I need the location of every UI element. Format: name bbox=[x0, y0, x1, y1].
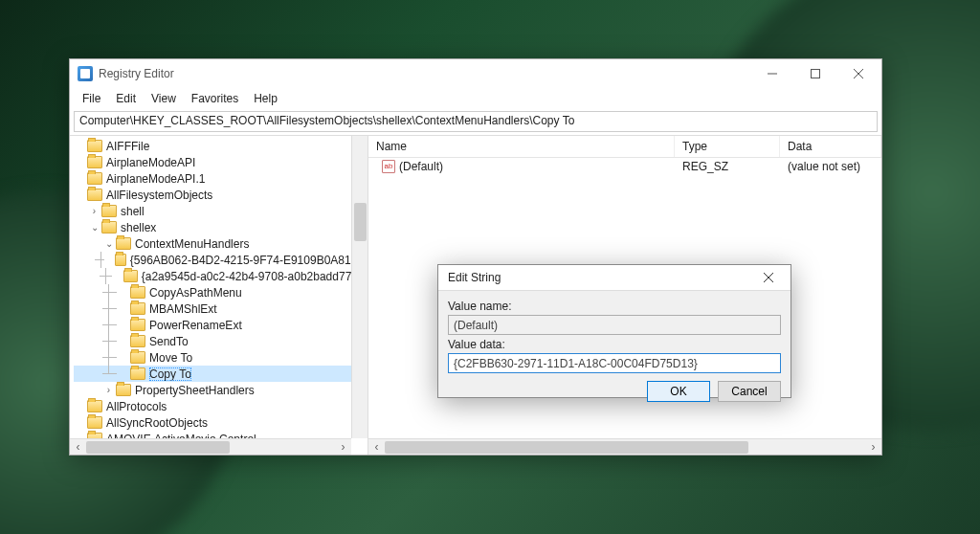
tree-item-label: AirplaneModeAPI.1 bbox=[106, 172, 205, 186]
tree-item[interactable]: AllProtocols bbox=[74, 398, 368, 414]
tree-item-label: AirplaneModeAPI bbox=[106, 156, 195, 169]
folder-icon bbox=[130, 286, 145, 299]
menu-favorites[interactable]: Favorites bbox=[185, 90, 245, 107]
tree-item[interactable]: AirplaneModeAPI.1 bbox=[74, 170, 368, 187]
tree-item[interactable]: AMOVIE.ActiveMovie Control bbox=[74, 431, 368, 438]
tree-item-label: AllFilesystemObjects bbox=[106, 189, 212, 202]
column-name[interactable]: Name bbox=[368, 136, 675, 157]
edit-string-dialog: Edit String Value name: Value data: OK C… bbox=[437, 264, 791, 398]
tree-item-label: SendTo bbox=[149, 335, 189, 348]
registry-tree[interactable]: AIFFFileAirplaneModeAPIAirplaneModeAPI.1… bbox=[70, 136, 368, 438]
chevron-right-icon[interactable] bbox=[88, 207, 100, 216]
list-horizontal-scrollbar[interactable]: ‹› bbox=[368, 438, 881, 455]
tree-item-label: shell bbox=[121, 205, 145, 218]
menu-file[interactable]: File bbox=[76, 90, 107, 107]
tree-item[interactable]: {596AB062-B4D2-4215-9F74-E9109B0A8153} bbox=[74, 252, 368, 268]
list-header[interactable]: Name Type Data bbox=[368, 136, 881, 158]
tree-item[interactable]: shellex bbox=[74, 219, 368, 235]
tree-item-label: shellex bbox=[121, 221, 156, 234]
tree-item-label: {a2a9545d-a0c2-42b4-9708-a0b2badd77c8} bbox=[142, 270, 368, 283]
tree-item[interactable]: shell bbox=[74, 203, 368, 219]
value-data-input[interactable] bbox=[448, 353, 781, 373]
tree-item[interactable]: Copy To bbox=[74, 366, 368, 382]
folder-icon bbox=[87, 140, 102, 152]
value-data: (value not set) bbox=[780, 160, 881, 173]
tree-item[interactable]: SendTo bbox=[74, 333, 368, 349]
folder-icon bbox=[87, 156, 102, 168]
folder-icon bbox=[87, 400, 102, 412]
menubar: File Edit View Favorites Help bbox=[70, 88, 881, 109]
folder-icon bbox=[87, 416, 102, 429]
tree-item[interactable]: AIFFFile bbox=[74, 138, 368, 154]
folder-icon bbox=[101, 221, 117, 234]
folder-icon bbox=[130, 302, 145, 315]
maximize-button[interactable] bbox=[793, 60, 836, 88]
value-name-label: Value name: bbox=[448, 300, 781, 313]
folder-icon bbox=[116, 237, 131, 250]
tree-item[interactable]: ContextMenuHandlers bbox=[74, 235, 368, 252]
tree-item[interactable]: PowerRenameExt bbox=[74, 317, 368, 333]
folder-icon bbox=[130, 351, 145, 364]
tree-item-label: PowerRenameExt bbox=[149, 319, 242, 332]
address-bar[interactable]: Computer\HKEY_CLASSES_ROOT\AllFilesystem… bbox=[74, 111, 878, 132]
dialog-title: Edit String bbox=[448, 271, 750, 284]
folder-icon bbox=[116, 384, 131, 396]
folder-icon bbox=[87, 189, 102, 201]
value-data-label: Value data: bbox=[448, 338, 781, 351]
tree-item-label: AIFFFile bbox=[106, 140, 149, 153]
tree-item[interactable]: Move To bbox=[74, 349, 368, 366]
tree-pane: AIFFFileAirplaneModeAPIAirplaneModeAPI.1… bbox=[70, 136, 368, 455]
titlebar[interactable]: Registry Editor bbox=[70, 59, 881, 88]
menu-help[interactable]: Help bbox=[247, 90, 284, 107]
folder-icon bbox=[87, 172, 102, 185]
minimize-button[interactable] bbox=[750, 60, 793, 88]
svg-rect-0 bbox=[811, 70, 819, 78]
value-name-input[interactable] bbox=[448, 315, 781, 335]
menu-edit[interactable]: Edit bbox=[109, 90, 143, 107]
chevron-down-icon[interactable] bbox=[88, 223, 100, 233]
tree-item-label: {596AB062-B4D2-4215-9F74-E9109B0A8153} bbox=[130, 254, 368, 267]
window-title: Registry Editor bbox=[99, 67, 750, 80]
dialog-titlebar[interactable]: Edit String bbox=[438, 265, 791, 291]
tree-item-label: PropertySheetHandlers bbox=[135, 384, 255, 397]
tree-item[interactable]: AllSyncRootObjects bbox=[74, 414, 368, 431]
column-data[interactable]: Data bbox=[780, 136, 881, 157]
tree-item[interactable]: PropertySheetHandlers bbox=[74, 382, 368, 398]
tree-item[interactable]: {a2a9545d-a0c2-42b4-9708-a0b2badd77c8} bbox=[74, 268, 368, 284]
value-name: (Default) bbox=[399, 160, 443, 173]
tree-horizontal-scrollbar[interactable]: ‹› bbox=[70, 438, 351, 455]
tree-item-label: AllProtocols bbox=[106, 400, 167, 413]
folder-icon bbox=[101, 205, 117, 217]
folder-icon bbox=[115, 254, 126, 266]
tree-item-label: ContextMenuHandlers bbox=[135, 237, 249, 251]
tree-vertical-scrollbar[interactable] bbox=[351, 136, 368, 438]
column-type[interactable]: Type bbox=[675, 136, 780, 157]
tree-item-label: CopyAsPathMenu bbox=[149, 286, 242, 300]
reg-string-icon bbox=[382, 160, 395, 173]
tree-item-label: Move To bbox=[149, 351, 192, 365]
menu-view[interactable]: View bbox=[145, 90, 183, 107]
folder-icon bbox=[130, 335, 145, 347]
value-type: REG_SZ bbox=[675, 160, 780, 173]
folder-icon bbox=[130, 367, 145, 380]
tree-item[interactable]: AllFilesystemObjects bbox=[74, 187, 368, 203]
folder-icon bbox=[123, 270, 137, 282]
dialog-close-button[interactable] bbox=[750, 265, 787, 290]
ok-button[interactable]: OK bbox=[647, 381, 710, 402]
cancel-button[interactable]: Cancel bbox=[718, 381, 781, 402]
folder-icon bbox=[130, 319, 145, 331]
tree-item-label: MBAMShlExt bbox=[149, 302, 217, 316]
tree-item-label: Copy To bbox=[149, 367, 191, 381]
tree-item-label: AllSyncRootObjects bbox=[106, 416, 208, 430]
tree-item[interactable]: CopyAsPathMenu bbox=[74, 284, 368, 300]
close-button[interactable] bbox=[836, 60, 880, 88]
tree-item[interactable]: MBAMShlExt bbox=[74, 300, 368, 317]
list-row[interactable]: (Default)REG_SZ(value not set) bbox=[368, 158, 881, 175]
chevron-down-icon[interactable] bbox=[102, 239, 115, 249]
app-icon bbox=[78, 66, 93, 81]
chevron-right-icon[interactable] bbox=[102, 386, 115, 395]
tree-item[interactable]: AirplaneModeAPI bbox=[74, 154, 368, 170]
